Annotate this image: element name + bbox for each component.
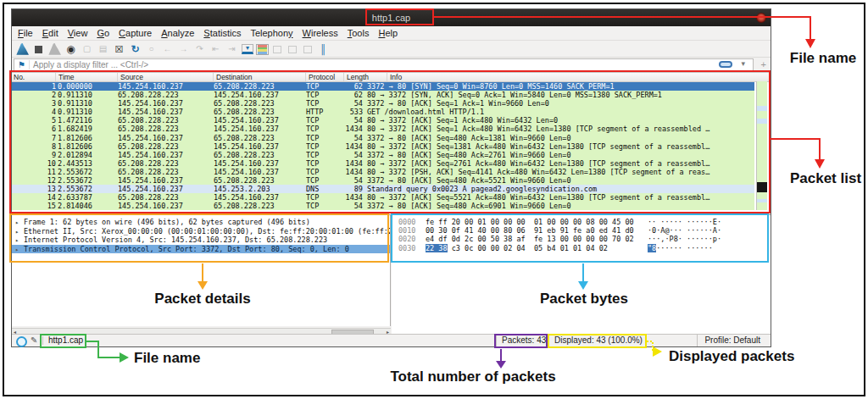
column-header-no[interactable]: No. (12, 73, 25, 81)
cell-length: 533 (344, 108, 363, 116)
autoscroll-icon[interactable]: ▾ (242, 44, 253, 54)
packet-row[interactable]: 7 1.812606 145.254.160.237 65.208.228.22… (12, 134, 754, 142)
packet-row[interactable]: 5 1.472116 65.208.228.223 145.254.160.23… (12, 116, 754, 125)
menu-capture[interactable]: Capture (119, 28, 152, 38)
cell-source: 65.208.228.223 (118, 168, 214, 176)
cell-time: 2.553672 (56, 168, 118, 176)
filter-dropdown-icon[interactable]: ▾ (741, 59, 745, 68)
expand-arrow-icon[interactable] (15, 236, 19, 245)
packet-row[interactable]: 6 1.682419 65.208.228.223 145.254.160.23… (12, 125, 754, 133)
packet-row[interactable]: 15 2.814046 145.254.160.237 65.208.228.2… (12, 202, 754, 210)
close-button[interactable] (756, 13, 766, 23)
cell-time: 2.012894 (56, 151, 118, 159)
menu-file[interactable]: File (18, 28, 33, 38)
menu-view[interactable]: View (68, 28, 88, 38)
hex-rest: 00 30 0f 41 40 00 80 06 91 eb 91 fe a0 e… (426, 226, 634, 235)
first-packet-icon[interactable]: ⇤ (209, 43, 223, 56)
go-to-packet-icon[interactable]: ↷ (192, 43, 207, 56)
packet-row[interactable]: 1 0.000000 145.254.160.237 65.208.228.22… (12, 82, 754, 91)
statusbar-displayed-count: Displayed: 43 (100.0%) (548, 335, 643, 346)
packet-row[interactable]: 9 2.012894 145.254.160.237 65.208.228.22… (12, 151, 754, 159)
cell-info: 3372 → 80 [ACK] Seq=480 Ack=2761 Win=966… (363, 151, 754, 159)
start-capture-icon[interactable] (15, 43, 30, 56)
hex-line[interactable]: 0020 e4 df 0d 2c 00 50 38 af fe 13 00 00… (392, 235, 771, 243)
detail-line[interactable]: Internet Protocol Version 4, Src: 145.25… (12, 236, 390, 245)
menu-telephony[interactable]: Telephony (250, 28, 292, 38)
column-header-info[interactable]: Info (387, 73, 402, 81)
expert-info-icon[interactable] (16, 336, 27, 347)
menu-analyze[interactable]: Analyze (161, 28, 194, 38)
packet-row[interactable]: 2 0.911310 65.208.228.223 145.254.160.23… (12, 91, 754, 99)
filter-add-button[interactable]: + (761, 59, 766, 69)
column-header-length[interactable]: Length (343, 73, 369, 81)
cell-source: 65.208.228.223 (118, 193, 214, 202)
cell-info: 80 → 3372 [PSH, ACK] Seq=4141 Ack=480 Wi… (363, 168, 754, 176)
packet-row[interactable]: 12 2.553672 145.254.160.237 65.208.228.2… (12, 176, 754, 185)
cell-protocol: TCP (306, 159, 344, 168)
packet-row[interactable]: 14 2.633787 65.208.228.223 145.254.160.2… (12, 193, 754, 202)
detail-line[interactable]: Transmission Control Protocol, Src Port:… (12, 245, 390, 254)
column-header-source[interactable]: Source (117, 73, 143, 81)
capture-comment-icon[interactable]: ✎ (31, 335, 37, 346)
packet-row[interactable]: 13 2.553672 145.254.160.237 145.253.2.20… (12, 185, 754, 193)
window-titlebar[interactable]: http1.cap (12, 9, 771, 26)
cell-destination: 65.208.228.223 (214, 134, 306, 142)
filter-apply-icon[interactable] (719, 61, 732, 68)
detail-line-text: Internet Protocol Version 4, Src: 145.25… (24, 236, 327, 244)
last-packet-icon[interactable]: ⇥ (225, 43, 239, 56)
menu-item-text: C (119, 28, 125, 38)
save-file-icon[interactable]: ▤ (96, 43, 110, 56)
colorize-icon[interactable] (256, 44, 269, 55)
menu-help[interactable]: Help (378, 28, 398, 38)
cell-length: 62 (344, 91, 363, 99)
menu-go[interactable]: Go (97, 28, 109, 38)
cell-destination: 65.208.228.223 (214, 108, 306, 116)
expand-arrow-icon[interactable] (15, 227, 19, 236)
go-back-icon[interactable]: ← (160, 43, 175, 56)
column-header-protocol[interactable]: Protocol (305, 73, 335, 81)
hex-line[interactable]: 0000 fe ff 20 00 01 00 00 00 01 00 00 00… (392, 218, 771, 226)
hex-line[interactable]: 0010 00 30 0f 41 40 00 80 06 91 eb 91 fe… (392, 226, 771, 235)
cell-no: 10 (12, 159, 56, 168)
zoom-reset-icon[interactable] (303, 46, 312, 53)
capture-options-icon[interactable]: ◉ (64, 43, 78, 56)
zoom-in-icon[interactable] (273, 46, 281, 53)
packet-row[interactable]: 10 2.443513 65.208.228.223 145.254.160.2… (12, 159, 754, 168)
close-file-icon[interactable]: ☒ (112, 43, 126, 56)
column-header-destination[interactable]: Destination (213, 73, 253, 81)
packet-list-header: No. Time Source Destination Protocol Len… (12, 73, 771, 82)
packet-row[interactable]: 4 0.911310 145.254.160.237 65.208.228.22… (12, 108, 754, 116)
minimap-dns-mark (757, 106, 767, 111)
zoom-out-icon[interactable] (288, 46, 297, 53)
expand-arrow-icon[interactable] (15, 245, 19, 254)
cell-source: 145.254.160.237 (118, 99, 214, 108)
statusbar-profile[interactable]: Profile: Default (697, 335, 760, 346)
packet-row[interactable]: 8 1.812606 65.208.228.223 145.254.160.23… (12, 142, 754, 151)
cell-destination: 145.254.160.237 (214, 168, 306, 176)
hex-line[interactable]: 0030 22 38 c3 0c 00 00 02 04 05 b4 01 01… (392, 244, 771, 252)
display-filter-input[interactable]: ⚑ Apply a display filter ... <Ctrl-/> (14, 58, 754, 71)
menu-tools[interactable]: Tools (348, 28, 370, 38)
stop-capture-icon[interactable] (31, 43, 46, 56)
restart-capture-icon[interactable] (47, 43, 62, 56)
open-file-icon[interactable]: ▢ (80, 43, 94, 56)
packet-row[interactable]: 3 0.911310 145.254.160.237 65.208.228.22… (12, 99, 754, 108)
menu-wireless[interactable]: Wireless (303, 28, 338, 38)
detail-line[interactable]: Frame 1: 62 bytes on wire (496 bits), 62… (12, 218, 390, 227)
menu-edit[interactable]: Edit (42, 28, 58, 38)
menu-statistics[interactable]: Statistics (203, 28, 241, 38)
reload-file-icon[interactable]: ↻ (128, 43, 142, 56)
detail-line[interactable]: Ethernet II, Src: Xerox_00:00:00 (00:00:… (12, 227, 390, 236)
find-packet-icon[interactable]: ○ (144, 43, 159, 56)
ascii-bytes: "8······ ······ (648, 244, 713, 252)
cell-length: 62 (344, 82, 363, 91)
bookmark-icon[interactable]: ⚑ (14, 60, 30, 69)
expand-arrow-icon[interactable] (15, 218, 19, 227)
packet-row[interactable]: 11 2.553672 65.208.228.223 145.254.160.2… (12, 168, 754, 176)
go-forward-icon[interactable]: → (176, 43, 191, 56)
resize-columns-icon[interactable]: ║ (316, 43, 331, 56)
column-header-time[interactable]: Time (55, 73, 75, 81)
statusbar-filename: http1.cap (48, 335, 83, 346)
menu-item-text: V (68, 28, 74, 38)
intelligent-scrollbar[interactable] (756, 81, 767, 210)
